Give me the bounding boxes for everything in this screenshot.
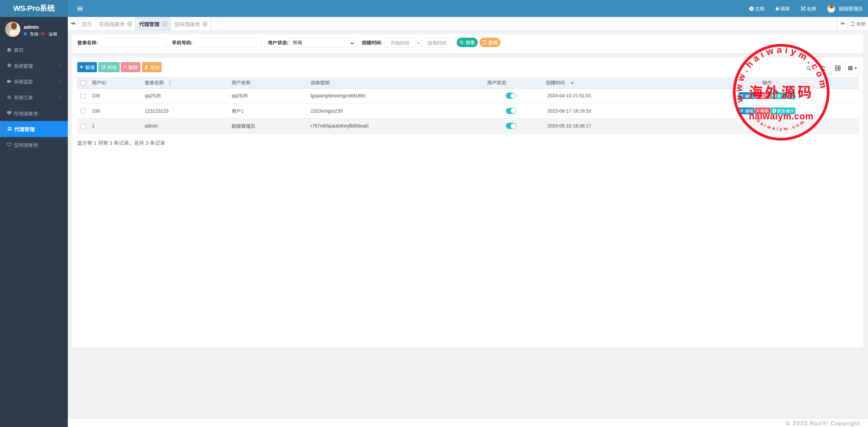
svg-text:?: ? bbox=[751, 7, 753, 11]
